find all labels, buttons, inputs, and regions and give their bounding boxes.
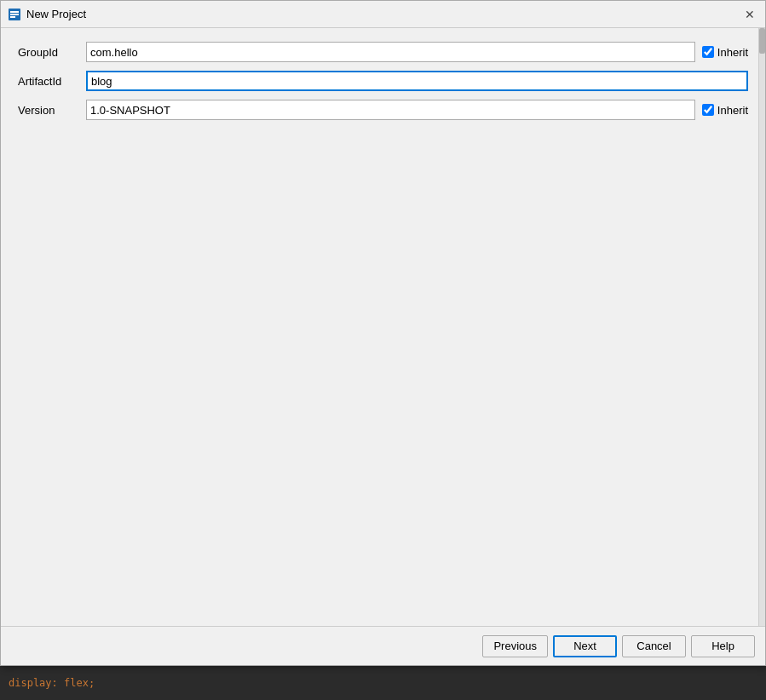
new-project-icon: [8, 8, 21, 21]
version-inherit-wrap: Inherit: [702, 104, 748, 117]
dialog-title: New Project: [26, 8, 86, 20]
dialog-wrapper: display: flex; New Project ✕ GroupId: [0, 0, 766, 700]
next-button[interactable]: Next: [553, 635, 617, 657]
version-row: Version Inherit: [18, 100, 748, 120]
version-inherit-checkbox[interactable]: [702, 104, 714, 116]
code-editor-strip: display: flex;: [0, 666, 766, 700]
artifactid-row: ArtifactId: [18, 71, 748, 91]
svg-rect-3: [10, 16, 15, 18]
close-button[interactable]: ✕: [741, 6, 758, 23]
cancel-button[interactable]: Cancel: [622, 635, 686, 657]
groupid-label: GroupId: [18, 46, 86, 59]
version-inherit-label: Inherit: [717, 104, 748, 117]
help-button[interactable]: Help: [691, 635, 755, 657]
groupid-inherit-wrap: Inherit: [702, 46, 748, 59]
artifactid-input-wrap: [86, 71, 748, 91]
groupid-input[interactable]: [86, 42, 695, 62]
svg-rect-2: [10, 14, 19, 15]
new-project-dialog: New Project ✕ GroupId Inherit ArtifactId: [0, 0, 766, 666]
scroll-thumb[interactable]: [759, 28, 765, 54]
svg-rect-1: [10, 11, 19, 13]
scrollbar[interactable]: [758, 28, 765, 626]
artifactid-input[interactable]: [86, 71, 748, 91]
version-input-wrap: Inherit: [86, 100, 748, 120]
title-bar-left: New Project: [8, 8, 86, 21]
code-text: display: flex;: [9, 677, 95, 689]
form-content: GroupId Inherit ArtifactId Version: [1, 28, 765, 626]
groupid-inherit-label: Inherit: [717, 46, 748, 59]
version-input[interactable]: [86, 100, 695, 120]
button-bar: Previous Next Cancel Help: [1, 626, 765, 665]
version-label: Version: [18, 104, 86, 117]
title-bar: New Project ✕: [1, 1, 765, 28]
groupid-inherit-checkbox[interactable]: [702, 46, 714, 58]
artifactid-label: ArtifactId: [18, 75, 86, 88]
groupid-input-wrap: Inherit: [86, 42, 748, 62]
previous-button[interactable]: Previous: [482, 635, 548, 657]
groupid-row: GroupId Inherit: [18, 42, 748, 62]
